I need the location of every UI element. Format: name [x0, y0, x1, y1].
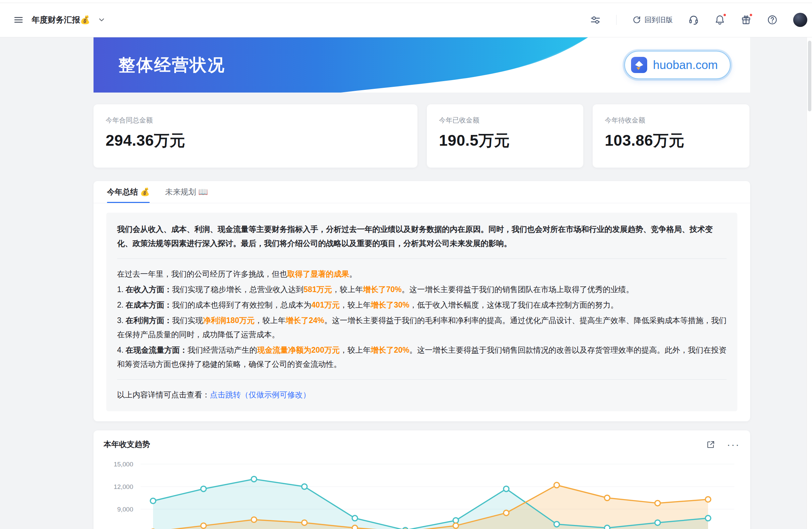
- text-segment: 581万元: [304, 285, 332, 294]
- summary-item-cashflow: 4. 在现金流量方面：我们经营活动产生的现金流量净额为200万元，较上年增长了2…: [117, 343, 727, 371]
- data-point-收入-12月: [705, 516, 711, 521]
- data-point-支出-2月: [201, 523, 206, 528]
- data-point-收入-3月: [251, 476, 257, 482]
- stat-value: 190.5万元: [439, 130, 571, 151]
- chart-title: 本年收支趋势: [104, 439, 150, 449]
- stat-label: 今年已收金额: [439, 116, 571, 125]
- tab-future-plan[interactable]: 未来规划 📖: [165, 181, 208, 203]
- text-segment: ，较上年: [332, 285, 363, 294]
- data-point-支出-3月: [251, 517, 257, 522]
- tabs-row: 今年总结 💰 未来规划 📖: [93, 181, 750, 203]
- text-segment: 3.: [117, 316, 126, 325]
- panel-divider: [117, 258, 727, 259]
- text-segment: 增长了30%: [371, 301, 409, 309]
- trend-chart-card: 15,00012,0009,0006,0003,0000 本年收支趋势 ···: [93, 430, 750, 529]
- jump-link[interactable]: 点击跳转（仅做示例可修改）: [210, 390, 310, 399]
- adjust-settings-icon[interactable]: [590, 14, 601, 25]
- chart-header: 本年收支趋势 ···: [93, 430, 750, 449]
- text-segment: 2.: [117, 301, 126, 309]
- text-segment: 在成本方面：: [126, 301, 172, 309]
- text-segment: 1.: [117, 285, 126, 294]
- data-point-支出-4月: [302, 520, 307, 525]
- text-segment: 在现金流量方面：: [126, 346, 188, 354]
- text-segment: 在利润方面：: [126, 316, 172, 325]
- summary-lead: 在过去一年里，我们的公司经历了许多挑战，但也取得了显著的成果。: [117, 267, 727, 281]
- brand-name: huoban.com: [653, 58, 718, 72]
- data-point-收入-8月: [504, 486, 509, 492]
- text-segment: 我们实现: [172, 316, 203, 325]
- summary-intro: 我们会从收入、成本、利润、现金流量等主要财务指标入手，分析过去一年的业绩以及财务…: [117, 222, 727, 251]
- text-segment: ，较上年: [340, 301, 371, 309]
- svg-text:15,000: 15,000: [114, 461, 133, 468]
- back-to-old-version-button[interactable]: 回到旧版: [632, 15, 673, 25]
- export-icon[interactable]: [706, 440, 715, 449]
- app-title[interactable]: 年度财务汇报💰: [32, 14, 90, 25]
- summary-panel: 我们会从收入、成本、利润、现金流量等主要财务指标入手，分析过去一年的业绩以及财务…: [106, 213, 737, 411]
- text-segment: ，较上年: [255, 316, 286, 325]
- main-content: 整体经营状况 huoban.com 今年合同总金额: [0, 37, 807, 529]
- data-point-收入-4月: [302, 484, 307, 489]
- stat-card-pending: 今年待收金额 103.86万元: [593, 104, 750, 168]
- help-icon[interactable]: [767, 14, 778, 25]
- restore-icon: [632, 15, 641, 25]
- text-segment: 。: [349, 270, 357, 278]
- svg-text:12,000: 12,000: [114, 483, 133, 490]
- stat-card-contract-total: 今年合同总金额 294.36万元: [93, 104, 418, 168]
- text-segment: 在过去一年里，我们的公司经历了许多挑战，但也: [117, 270, 287, 278]
- text-segment: 现金流量净额为200万元: [257, 346, 340, 354]
- user-avatar[interactable]: [793, 13, 807, 27]
- data-point-收入-7月: [453, 518, 459, 523]
- chevron-down-icon[interactable]: [98, 16, 105, 23]
- text-segment: 我们的成本也得到了有效控制，总成本为: [172, 301, 311, 309]
- summary-item-profit: 3. 在利润方面：我们实现净利润180万元，较上年增长了24%。这一增长主要得益…: [117, 313, 727, 342]
- data-point-支出-12月: [705, 497, 711, 502]
- scrollbar-thumb[interactable]: [808, 41, 811, 111]
- text-segment: 增长了20%: [371, 346, 409, 354]
- data-point-收入-5月: [352, 516, 358, 521]
- hamburger-menu-icon[interactable]: [13, 15, 24, 25]
- data-point-支出-11月: [655, 500, 660, 506]
- text-segment: 。这一增长主要得益于我们的销售团队在市场上取得了优秀的业绩。: [402, 285, 634, 294]
- data-point-收入-1月: [150, 498, 156, 503]
- text-segment: 我们经营活动产生的: [188, 346, 257, 354]
- stat-value: 294.36万元: [106, 130, 405, 151]
- stat-label: 今年待收金额: [605, 116, 737, 125]
- svg-text:9,000: 9,000: [117, 506, 133, 513]
- topbar-divider: [616, 15, 617, 25]
- data-point-收入-10月: [605, 525, 610, 529]
- text-segment: ，较上年: [340, 346, 371, 354]
- text-segment: 我们实现了稳步增长，总营业收入达到: [172, 285, 304, 294]
- summary-footer: 以上内容详情可点击查看：点击跳转（仅做示例可修改）: [117, 388, 727, 402]
- text-segment: 净利润180万元: [203, 316, 255, 325]
- data-point-支出-7月: [453, 523, 459, 528]
- window-top-divider: [0, 3, 812, 3]
- panel-divider: [117, 379, 727, 380]
- gift-box-icon[interactable]: [741, 14, 752, 25]
- back-to-old-version-label: 回到旧版: [644, 15, 673, 25]
- notification-badge: [723, 13, 727, 17]
- report-banner: 整体经营状况 huoban.com: [93, 37, 750, 92]
- text-segment: 增长了24%: [286, 316, 324, 325]
- more-options-icon[interactable]: ···: [727, 443, 740, 446]
- data-point-收入-9月: [554, 521, 560, 527]
- banner-title: 整体经营状况: [118, 54, 226, 76]
- tab-this-year-summary[interactable]: 今年总结 💰: [107, 181, 150, 203]
- huoban-logo-icon: [630, 56, 648, 74]
- page-scrollbar[interactable]: [807, 37, 812, 529]
- text-segment: 401万元: [311, 301, 340, 309]
- data-point-支出-9月: [554, 483, 560, 488]
- text-segment: ，低于收入增长幅度，这体现了我们在成本控制方面的努力。: [409, 301, 618, 309]
- topbar: 年度财务汇报💰 回到旧版: [0, 0, 812, 37]
- summary-card: 今年总结 💰 未来规划 📖 我们会从收入、成本、利润、现金流量等主要财务指标入手…: [93, 181, 750, 421]
- support-headset-icon[interactable]: [688, 14, 699, 25]
- text-segment: 取得了显著的成果: [287, 270, 349, 278]
- data-point-支出-10月: [605, 495, 610, 501]
- data-point-支出-8月: [504, 510, 509, 516]
- stat-value: 103.86万元: [605, 130, 737, 151]
- summary-item-revenue: 1. 在收入方面：我们实现了稳步增长，总营业收入达到581万元，较上年增长了70…: [117, 282, 727, 297]
- text-segment: 在收入方面：: [126, 285, 172, 294]
- footer-prefix: 以上内容详情可点击查看：: [117, 390, 210, 399]
- data-point-收入-2月: [201, 486, 206, 492]
- notifications-bell-icon[interactable]: [714, 14, 725, 25]
- brand-badge[interactable]: huoban.com: [624, 51, 730, 79]
